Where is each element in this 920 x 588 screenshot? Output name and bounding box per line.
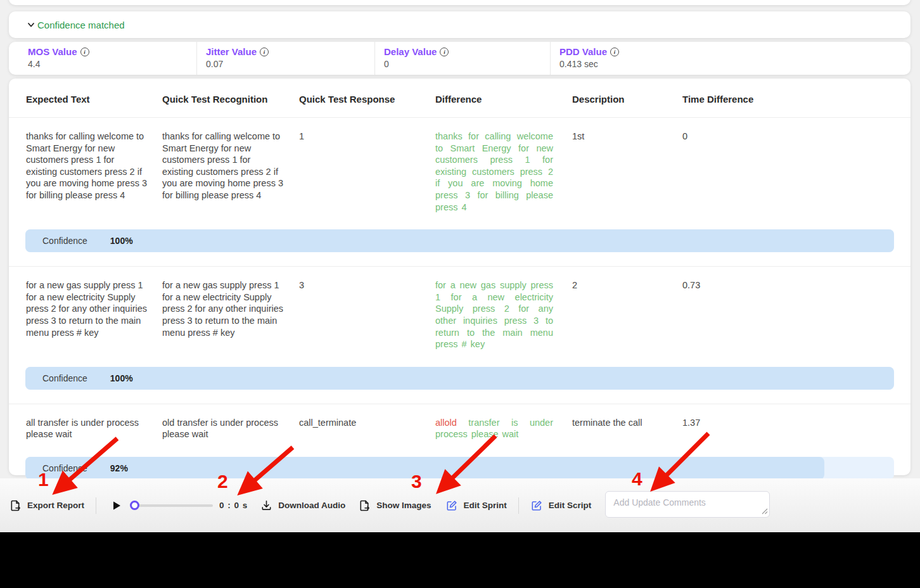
confidence-bar: Confidence 100% bbox=[25, 367, 894, 390]
confidence-bar: Confidence 92% bbox=[25, 457, 894, 480]
bottom-toolbar: Export Report 0 : 0 s Download Audio bbox=[0, 478, 920, 532]
table-row: for a new gas supply press 1 for a new e… bbox=[9, 267, 910, 404]
update-comments-field-wrap bbox=[605, 491, 770, 520]
show-images-label: Show Images bbox=[376, 501, 431, 510]
previous-card-edge bbox=[9, 0, 910, 5]
time-difference-cell: 1.37 bbox=[682, 417, 893, 440]
show-images-icon bbox=[358, 499, 371, 512]
response-cell: call_terminate bbox=[299, 417, 435, 440]
export-report-button[interactable]: Export Report bbox=[9, 499, 84, 512]
time-difference-cell: 0 bbox=[682, 131, 893, 213]
slider-knob[interactable] bbox=[130, 501, 139, 510]
edit-script-label: Edit Script bbox=[549, 501, 592, 510]
metric-value: 0 bbox=[384, 59, 550, 69]
expected-text-cell: for a new gas supply press 1 for a new e… bbox=[26, 279, 162, 350]
bottom-black-area bbox=[0, 532, 920, 588]
edit-sprint-icon bbox=[445, 499, 458, 512]
column-header: Description bbox=[572, 94, 682, 105]
chevron-down-icon bbox=[26, 20, 36, 30]
difference-cell: allold transfer is under process please … bbox=[435, 417, 572, 440]
time-difference-cell: 0.73 bbox=[682, 279, 893, 350]
edit-script-icon bbox=[530, 499, 543, 512]
recognition-cell: old transfer is under process please wai… bbox=[162, 417, 299, 440]
response-cell: 3 bbox=[299, 279, 435, 350]
export-report-label: Export Report bbox=[27, 501, 84, 510]
metric-value: 0.413 sec bbox=[559, 59, 910, 69]
metric-value: 4.4 bbox=[28, 59, 196, 69]
description-cell: terminate the call bbox=[572, 417, 682, 440]
confidence-value: 100% bbox=[110, 373, 133, 383]
download-audio-button[interactable]: Download Audio bbox=[260, 499, 345, 511]
expected-text-cell: all transfer is under process please wai… bbox=[26, 417, 162, 440]
show-images-button[interactable]: Show Images bbox=[358, 499, 431, 512]
confidence-value: 92% bbox=[110, 463, 128, 473]
confidence-label: Confidence bbox=[42, 373, 87, 383]
edit-sprint-label: Edit Sprint bbox=[464, 501, 507, 510]
edit-sprint-button[interactable]: Edit Sprint bbox=[445, 499, 507, 512]
section-title: Confidence matched bbox=[37, 20, 125, 30]
confidence-bar: Confidence 100% bbox=[25, 229, 894, 252]
metric-value: 0.07 bbox=[206, 59, 374, 69]
column-header: Quick Test Response bbox=[299, 94, 435, 105]
difference-cell: for a new gas supply press 1 for a new e… bbox=[435, 279, 572, 350]
info-icon[interactable]: i bbox=[440, 48, 449, 56]
table-row: all transfer is under process please wai… bbox=[9, 404, 910, 480]
expected-text-cell: thanks for calling welcome to Smart Ener… bbox=[26, 131, 162, 213]
metric-pdd: PDD Valuei 0.413 sec bbox=[550, 42, 910, 75]
metric-label: Delay Value bbox=[384, 46, 437, 57]
column-header: Quick Test Recognition bbox=[162, 94, 299, 105]
column-header: Time Difference bbox=[682, 94, 893, 105]
confidence-label: Confidence bbox=[42, 236, 87, 246]
play-button[interactable] bbox=[112, 501, 122, 511]
results-table: Expected Text Quick Test Recognition Qui… bbox=[9, 79, 910, 475]
audio-time: 0 : 0 s bbox=[219, 501, 248, 510]
metric-jitter: Jitter Valuei 0.07 bbox=[196, 42, 374, 75]
difference-match-text: thanks for calling welcome to Smart Ener… bbox=[435, 131, 553, 212]
download-audio-icon bbox=[260, 499, 272, 511]
difference-error-text: allold bbox=[435, 418, 457, 428]
confidence-matched-section-header[interactable]: Confidence matched bbox=[9, 11, 910, 38]
recognition-cell: for a new gas supply press 1 for a new e… bbox=[162, 279, 299, 350]
metric-label: Jitter Value bbox=[206, 46, 257, 57]
difference-match-text: for a new gas supply press 1 for a new e… bbox=[435, 280, 553, 349]
description-cell: 1st bbox=[572, 131, 682, 213]
edit-script-button[interactable]: Edit Script bbox=[530, 499, 592, 512]
toolbar-divider bbox=[96, 497, 96, 514]
confidence-value: 100% bbox=[110, 236, 133, 246]
column-header: Difference bbox=[435, 94, 572, 105]
info-icon[interactable]: i bbox=[610, 48, 619, 56]
response-cell: 1 bbox=[299, 131, 435, 213]
metric-label: PDD Value bbox=[559, 46, 607, 57]
results-page: Confidence matched MOS Valuei 4.4 Jitter… bbox=[0, 0, 920, 588]
update-comments-input[interactable] bbox=[605, 491, 770, 518]
export-report-icon bbox=[9, 499, 22, 512]
metric-label: MOS Value bbox=[28, 46, 77, 57]
confidence-label: Confidence bbox=[42, 463, 87, 473]
difference-cell: thanks for calling welcome to Smart Ener… bbox=[435, 131, 572, 213]
download-audio-label: Download Audio bbox=[278, 501, 345, 510]
table-row: thanks for calling welcome to Smart Ener… bbox=[9, 118, 910, 267]
audio-progress-slider[interactable] bbox=[131, 504, 213, 507]
toolbar-divider bbox=[518, 497, 519, 514]
metrics-panel: MOS Valuei 4.4 Jitter Valuei 0.07 Delay … bbox=[9, 42, 910, 75]
description-cell: 2 bbox=[572, 279, 682, 350]
info-icon[interactable]: i bbox=[80, 48, 89, 56]
info-icon[interactable]: i bbox=[260, 48, 269, 56]
column-header: Expected Text bbox=[26, 94, 162, 105]
table-header-row: Expected Text Quick Test Recognition Qui… bbox=[9, 79, 910, 118]
metric-mos: MOS Valuei 4.4 bbox=[9, 42, 196, 75]
metric-delay: Delay Valuei 0 bbox=[374, 42, 550, 75]
recognition-cell: thanks for calling welcome to Smart Ener… bbox=[162, 131, 299, 213]
